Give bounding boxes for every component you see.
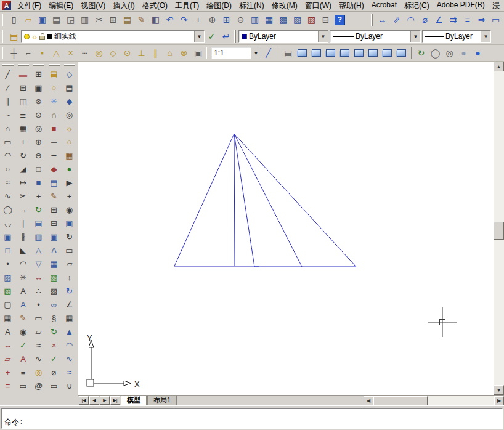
linetype-dropdown[interactable]: ByLayer ▼ xyxy=(330,30,421,43)
view-left-icon[interactable] xyxy=(323,46,338,60)
extend-icon[interactable]: → xyxy=(17,203,30,216)
layer-freeze-icon[interactable]: ✳ xyxy=(47,95,60,108)
trim-icon[interactable]: ✂ xyxy=(17,190,30,203)
external-ref-icon[interactable]: ▦ xyxy=(47,258,60,270)
walk-icon[interactable]: + xyxy=(63,190,76,203)
vertical-scroll-thumb[interactable] xyxy=(494,222,504,240)
open-icon[interactable]: ▱ xyxy=(21,13,35,27)
menu-item-10[interactable]: 窗口(W) xyxy=(301,0,335,12)
sweep-icon[interactable]: ∿ xyxy=(63,352,76,365)
zoom-window-icon[interactable]: ⊞ xyxy=(219,13,234,27)
array-icon[interactable]: ▦ xyxy=(17,122,30,135)
snap-midpoint-icon[interactable]: △ xyxy=(49,46,63,60)
steering-icon[interactable]: ◉ xyxy=(63,203,76,216)
app-icon[interactable]: A xyxy=(2,1,11,10)
mtext-icon[interactable]: A xyxy=(1,325,14,338)
rotate-icon[interactable]: ↻ xyxy=(17,149,30,162)
dropdown-arrow-icon[interactable]: ▼ xyxy=(410,31,420,42)
ungroup-icon[interactable]: ⊟ xyxy=(47,217,60,230)
area-icon[interactable]: ▱ xyxy=(1,352,14,365)
zoom-object-icon[interactable]: ◎ xyxy=(32,122,45,135)
snap-endpoint-icon[interactable]: ▪ xyxy=(35,46,49,60)
dropdown-arrow-icon[interactable]: ▼ xyxy=(194,31,204,42)
extrude-icon[interactable]: ▲ xyxy=(63,325,76,338)
toolbar-grip[interactable] xyxy=(410,47,412,59)
designcenter-icon[interactable]: ▦ xyxy=(262,13,276,27)
layer-dropdown[interactable]: ☼ 细实线 ▼ xyxy=(21,30,205,43)
audit-icon[interactable]: ✓ xyxy=(47,352,60,365)
osnap-settings-icon[interactable]: ▣ xyxy=(191,46,205,60)
toolbar-grip[interactable] xyxy=(33,64,44,66)
ellipse-arc-icon[interactable]: ◡ xyxy=(1,217,14,230)
insert-block-icon[interactable]: ▣ xyxy=(1,230,14,243)
dim-aligned-icon[interactable]: ⇗ xyxy=(389,13,404,27)
dropdown-arrow-icon[interactable]: ▼ xyxy=(318,31,328,42)
snap-center-icon[interactable]: ◎ xyxy=(92,46,106,60)
menu-item-3[interactable]: 视图(V) xyxy=(77,0,109,12)
circle-icon[interactable]: ○ xyxy=(1,163,14,176)
pan-realtime-icon[interactable]: + xyxy=(191,13,205,27)
layer-color-swatch[interactable] xyxy=(47,34,52,39)
3d-array-icon[interactable]: ▦ xyxy=(63,312,76,325)
command-history[interactable]: 命令: xyxy=(1,408,503,429)
rectangle-icon[interactable]: ▭ xyxy=(1,136,14,148)
tab-layout1[interactable]: 布局1 xyxy=(147,396,177,405)
mirror-icon[interactable]: ◫ xyxy=(17,95,30,108)
erase-icon[interactable]: ▬ xyxy=(17,68,30,81)
attribute-icon[interactable]: A xyxy=(47,244,60,257)
move-icon[interactable]: + xyxy=(17,136,30,148)
polyline-icon[interactable]: ~ xyxy=(1,108,14,121)
copy-clip-icon[interactable]: ⊞ xyxy=(106,13,120,27)
snap-parallel-icon[interactable]: ∥ xyxy=(148,46,163,60)
loft-icon[interactable]: ≈ xyxy=(63,366,76,379)
snap-from-icon[interactable]: ⌐ xyxy=(21,46,35,60)
table-icon[interactable]: ▦ xyxy=(1,312,14,325)
scale-dropdown[interactable]: 1:1 ▼ xyxy=(211,47,261,59)
units-icon[interactable]: ⌀ xyxy=(47,366,60,379)
menu-item-11[interactable]: 帮助(H) xyxy=(335,0,368,12)
scroll-up-icon[interactable]: ▲ xyxy=(494,62,504,71)
publish-icon[interactable]: ▥ xyxy=(78,13,92,27)
snap-insert-icon[interactable]: ⌂ xyxy=(163,46,177,60)
color-dropdown[interactable]: ByLayer ▼ xyxy=(238,30,328,43)
match-properties-icon[interactable]: ✎ xyxy=(134,13,148,27)
plot-icon[interactable]: ▤ xyxy=(49,13,63,27)
tool-palettes-icon[interactable]: ▩ xyxy=(276,13,290,27)
donut-icon[interactable]: ◎ xyxy=(32,366,45,379)
dropdown-arrow-icon[interactable]: ▼ xyxy=(481,31,490,42)
layer-color-icon[interactable]: ■ xyxy=(47,122,60,135)
block-editor-icon[interactable]: ◧ xyxy=(148,13,163,27)
triangle-drawing[interactable] xyxy=(174,134,356,267)
region-icon[interactable]: ▢ xyxy=(1,298,14,311)
linetype-icon[interactable]: ─ xyxy=(47,136,60,148)
pan-icon[interactable]: + xyxy=(32,190,45,203)
point-icon[interactable]: • xyxy=(1,258,14,270)
measure-icon[interactable]: ↔ xyxy=(32,271,45,284)
edit-text-icon[interactable]: ✎ xyxy=(17,312,30,325)
paste-icon[interactable]: ▤ xyxy=(120,13,134,27)
snap-node-icon[interactable]: ⊗ xyxy=(177,46,191,60)
zoom-all-icon[interactable]: □ xyxy=(32,163,45,176)
ellipse-icon[interactable]: ◯ xyxy=(1,203,14,216)
snap-tangent-icon[interactable]: ⊙ xyxy=(120,46,134,60)
point-style-icon[interactable]: • xyxy=(32,298,45,311)
quickcalc-icon[interactable]: ⊟ xyxy=(319,13,333,27)
menu-item-9[interactable]: 修改(M) xyxy=(268,0,301,12)
shade-2d-wireframe-icon[interactable]: ◯ xyxy=(428,46,442,60)
break-at-point-icon[interactable]: ∣ xyxy=(17,217,30,230)
command-window[interactable]: 命令: xyxy=(0,405,504,430)
toolbar-grip[interactable] xyxy=(2,30,4,43)
cut-icon[interactable]: ✂ xyxy=(92,13,106,27)
break-icon[interactable]: ∦ xyxy=(17,230,30,243)
multiline-icon[interactable]: ∥ xyxy=(1,95,14,108)
tab-last-icon[interactable]: ▶| xyxy=(110,396,120,405)
block-icon[interactable]: ▣ xyxy=(47,230,60,243)
boundary-icon[interactable]: ▭ xyxy=(32,312,45,325)
draw-order-back-icon[interactable]: ▥ xyxy=(32,230,45,243)
named-views-icon[interactable]: ▤ xyxy=(281,46,295,60)
menu-item-8[interactable]: 标注(N) xyxy=(235,0,268,12)
limits-icon[interactable]: ▭ xyxy=(47,379,60,392)
explode-icon[interactable]: ✳ xyxy=(17,271,30,284)
scroll-right-icon[interactable]: ▶ xyxy=(494,396,504,405)
revcloud2-icon[interactable]: ≈ xyxy=(32,339,45,352)
